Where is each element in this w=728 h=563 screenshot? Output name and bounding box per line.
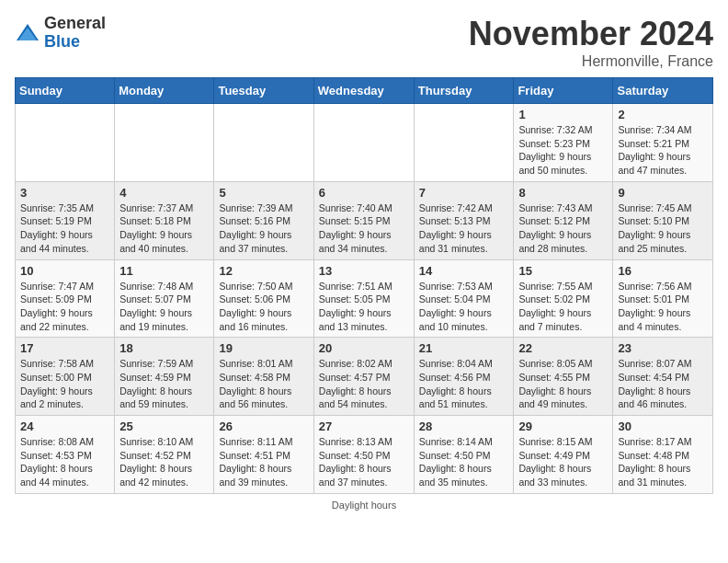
day-number: 3 (20, 186, 109, 200)
calendar-cell: 11Sunrise: 7:48 AM Sunset: 5:07 PM Dayli… (115, 259, 214, 338)
calendar-cell: 3Sunrise: 7:35 AM Sunset: 5:19 PM Daylig… (16, 181, 115, 259)
calendar-cell: 20Sunrise: 8:02 AM Sunset: 4:57 PM Dayli… (313, 338, 414, 416)
calendar-cell: 26Sunrise: 8:11 AM Sunset: 4:51 PM Dayli… (214, 416, 313, 494)
day-number: 29 (518, 419, 608, 433)
day-info: Sunrise: 7:35 AM Sunset: 5:19 PM Dayligh… (20, 201, 109, 256)
day-number: 20 (319, 341, 409, 355)
day-info: Sunrise: 7:56 AM Sunset: 5:01 PM Dayligh… (618, 280, 708, 334)
calendar-cell: 24Sunrise: 8:08 AM Sunset: 4:53 PM Dayli… (16, 416, 115, 494)
day-number: 11 (119, 264, 209, 278)
calendar-cell: 29Sunrise: 8:15 AM Sunset: 4:49 PM Dayli… (514, 416, 613, 494)
day-info: Sunrise: 7:59 AM Sunset: 4:59 PM Dayligh… (119, 357, 209, 411)
calendar-week-row: 1Sunrise: 7:32 AM Sunset: 5:23 PM Daylig… (16, 104, 713, 182)
calendar-week-row: 3Sunrise: 7:35 AM Sunset: 5:19 PM Daylig… (16, 181, 713, 259)
day-number: 24 (20, 419, 109, 433)
calendar-cell: 5Sunrise: 7:39 AM Sunset: 5:16 PM Daylig… (214, 181, 313, 259)
day-info: Sunrise: 7:53 AM Sunset: 5:04 PM Dayligh… (419, 280, 509, 334)
calendar-week-row: 10Sunrise: 7:47 AM Sunset: 5:09 PM Dayli… (16, 259, 713, 338)
day-info: Sunrise: 7:47 AM Sunset: 5:09 PM Dayligh… (20, 280, 109, 334)
day-info: Sunrise: 7:45 AM Sunset: 5:10 PM Dayligh… (618, 201, 708, 256)
day-info: Sunrise: 8:08 AM Sunset: 4:53 PM Dayligh… (20, 435, 109, 489)
calendar-cell (115, 104, 214, 182)
daylight-note: Daylight hours (332, 500, 396, 511)
title-area: November 2024 Hermonville, France (469, 15, 713, 70)
day-info: Sunrise: 7:39 AM Sunset: 5:16 PM Dayligh… (219, 201, 308, 256)
calendar-cell: 6Sunrise: 7:40 AM Sunset: 5:15 PM Daylig… (313, 181, 414, 259)
day-number: 25 (119, 419, 209, 433)
calendar-cell: 23Sunrise: 8:07 AM Sunset: 4:54 PM Dayli… (613, 338, 713, 416)
calendar-cell: 19Sunrise: 8:01 AM Sunset: 4:58 PM Dayli… (214, 338, 313, 416)
weekday-header: Sunday (16, 78, 115, 104)
logo-general: General (44, 15, 106, 33)
logo-blue: Blue (44, 33, 106, 52)
day-info: Sunrise: 7:42 AM Sunset: 5:13 PM Dayligh… (419, 201, 509, 256)
calendar-cell: 14Sunrise: 7:53 AM Sunset: 5:04 PM Dayli… (414, 259, 514, 338)
location-title: Hermonville, France (469, 53, 713, 70)
calendar-cell (313, 104, 414, 182)
day-number: 23 (618, 341, 708, 355)
day-info: Sunrise: 7:48 AM Sunset: 5:07 PM Dayligh… (119, 280, 209, 334)
weekday-header: Monday (115, 78, 214, 104)
day-number: 15 (518, 264, 608, 278)
calendar-cell: 13Sunrise: 7:51 AM Sunset: 5:05 PM Dayli… (313, 259, 414, 338)
day-number: 18 (119, 341, 209, 355)
day-number: 26 (219, 419, 308, 433)
calendar-cell: 2Sunrise: 7:34 AM Sunset: 5:21 PM Daylig… (613, 104, 713, 182)
weekday-header: Tuesday (214, 78, 313, 104)
calendar-cell: 12Sunrise: 7:50 AM Sunset: 5:06 PM Dayli… (214, 259, 313, 338)
day-info: Sunrise: 7:51 AM Sunset: 5:05 PM Dayligh… (319, 280, 409, 334)
day-number: 7 (419, 186, 509, 200)
day-number: 16 (618, 264, 708, 278)
calendar-table: SundayMondayTuesdayWednesdayThursdayFrid… (15, 77, 713, 494)
day-info: Sunrise: 7:32 AM Sunset: 5:23 PM Dayligh… (518, 123, 608, 178)
weekday-header: Thursday (414, 78, 514, 104)
day-number: 28 (419, 419, 509, 433)
day-number: 30 (618, 419, 708, 433)
logo-icon (15, 20, 40, 46)
day-info: Sunrise: 8:11 AM Sunset: 4:51 PM Dayligh… (219, 435, 308, 489)
page-header: General Blue November 2024 Hermonville, … (15, 15, 713, 70)
calendar-header-row: SundayMondayTuesdayWednesdayThursdayFrid… (16, 78, 713, 104)
day-number: 1 (518, 108, 608, 121)
day-number: 27 (319, 419, 409, 433)
calendar-cell: 15Sunrise: 7:55 AM Sunset: 5:02 PM Dayli… (514, 259, 613, 338)
weekday-header: Friday (514, 78, 613, 104)
day-info: Sunrise: 7:34 AM Sunset: 5:21 PM Dayligh… (618, 123, 708, 178)
calendar-cell: 27Sunrise: 8:13 AM Sunset: 4:50 PM Dayli… (313, 416, 414, 494)
day-info: Sunrise: 7:43 AM Sunset: 5:12 PM Dayligh… (518, 201, 608, 256)
calendar-cell: 17Sunrise: 7:58 AM Sunset: 5:00 PM Dayli… (16, 338, 115, 416)
day-number: 19 (219, 341, 308, 355)
calendar-cell: 7Sunrise: 7:42 AM Sunset: 5:13 PM Daylig… (414, 181, 514, 259)
calendar-cell: 1Sunrise: 7:32 AM Sunset: 5:23 PM Daylig… (514, 104, 613, 182)
day-info: Sunrise: 8:13 AM Sunset: 4:50 PM Dayligh… (319, 435, 409, 489)
calendar-cell: 30Sunrise: 8:17 AM Sunset: 4:48 PM Dayli… (613, 416, 713, 494)
day-info: Sunrise: 7:40 AM Sunset: 5:15 PM Dayligh… (319, 201, 409, 256)
logo: General Blue (15, 15, 106, 52)
day-number: 9 (618, 186, 708, 200)
day-number: 12 (219, 264, 308, 278)
day-info: Sunrise: 8:15 AM Sunset: 4:49 PM Dayligh… (518, 435, 608, 489)
day-info: Sunrise: 8:02 AM Sunset: 4:57 PM Dayligh… (319, 357, 409, 411)
day-number: 6 (319, 186, 409, 200)
day-info: Sunrise: 8:17 AM Sunset: 4:48 PM Dayligh… (618, 435, 708, 489)
day-info: Sunrise: 7:58 AM Sunset: 5:00 PM Dayligh… (20, 357, 109, 411)
calendar-cell: 18Sunrise: 7:59 AM Sunset: 4:59 PM Dayli… (115, 338, 214, 416)
day-number: 4 (119, 186, 209, 200)
calendar-cell: 22Sunrise: 8:05 AM Sunset: 4:55 PM Dayli… (514, 338, 613, 416)
logo-text: General Blue (44, 15, 106, 52)
calendar-cell: 25Sunrise: 8:10 AM Sunset: 4:52 PM Dayli… (115, 416, 214, 494)
calendar-cell: 4Sunrise: 7:37 AM Sunset: 5:18 PM Daylig… (115, 181, 214, 259)
day-number: 10 (20, 264, 109, 278)
day-number: 5 (219, 186, 308, 200)
calendar-cell: 16Sunrise: 7:56 AM Sunset: 5:01 PM Dayli… (613, 259, 713, 338)
day-number: 22 (518, 341, 608, 355)
day-info: Sunrise: 7:37 AM Sunset: 5:18 PM Dayligh… (119, 201, 209, 256)
day-number: 17 (20, 341, 109, 355)
calendar-cell: 21Sunrise: 8:04 AM Sunset: 4:56 PM Dayli… (414, 338, 514, 416)
calendar-cell (214, 104, 313, 182)
day-number: 13 (319, 264, 409, 278)
day-number: 21 (419, 341, 509, 355)
day-info: Sunrise: 8:01 AM Sunset: 4:58 PM Dayligh… (219, 357, 308, 411)
day-number: 2 (618, 108, 708, 121)
day-info: Sunrise: 7:50 AM Sunset: 5:06 PM Dayligh… (219, 280, 308, 334)
